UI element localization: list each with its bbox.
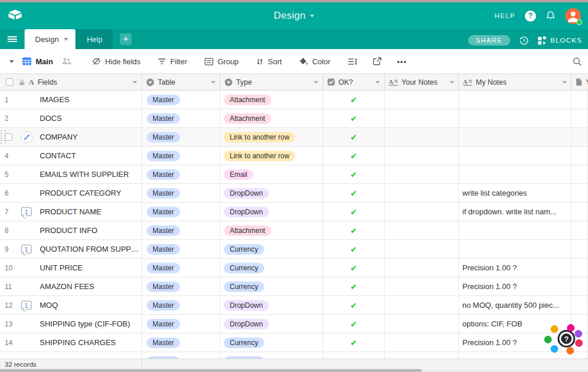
column-header-fields[interactable]: A Fields bbox=[0, 74, 142, 90]
color-button[interactable]: Color bbox=[299, 57, 330, 66]
column-header-truncated[interactable]: Yo bbox=[572, 74, 588, 90]
column-menu-caret-icon[interactable] bbox=[133, 81, 137, 84]
type-cell[interactable]: Link to another row bbox=[220, 147, 323, 165]
table-row[interactable]: 11 AMAZON FEES Master Currency ✔ Precisi… bbox=[0, 277, 588, 296]
table-row[interactable]: 1 IMAGES Master Attachment ✔ bbox=[0, 91, 588, 109]
column-menu-caret-icon[interactable] bbox=[211, 81, 216, 84]
type-cell[interactable]: Currency bbox=[220, 352, 323, 359]
row-checkbox[interactable] bbox=[5, 133, 12, 141]
ok-cell[interactable]: ✔ bbox=[323, 147, 385, 165]
field-name-cell[interactable]: 8 PRODUCT INFO bbox=[0, 221, 142, 239]
ok-cell[interactable]: ✔ bbox=[323, 333, 385, 352]
table-row[interactable]: 9 1 QUOTATION FROM SUPPLI... Master Curr… bbox=[0, 240, 588, 259]
my-notes-cell[interactable]: Precision 1.00 ? bbox=[459, 277, 572, 295]
truncated-cell[interactable] bbox=[572, 147, 588, 165]
your-notes-cell[interactable] bbox=[385, 296, 459, 314]
add-table-button[interactable]: + bbox=[120, 33, 132, 45]
ok-cell[interactable]: ✔ bbox=[323, 277, 385, 295]
ok-cell[interactable]: ✔ bbox=[323, 221, 385, 239]
comment-count-badge[interactable]: 1 bbox=[21, 245, 32, 253]
view-collaborators-icon[interactable] bbox=[61, 57, 72, 65]
table-cell[interactable]: Master bbox=[142, 296, 220, 314]
your-notes-cell[interactable] bbox=[385, 333, 459, 352]
table-row[interactable]: 8 PRODUCT INFO Master Attachment ✔ bbox=[0, 221, 588, 240]
row-height-button[interactable] bbox=[348, 58, 358, 65]
ok-cell[interactable]: ✔ bbox=[323, 240, 385, 258]
more-options-button[interactable]: ••• bbox=[397, 57, 407, 66]
truncated-cell[interactable] bbox=[572, 240, 588, 258]
column-header-your-notes[interactable]: A Your Notes bbox=[385, 74, 459, 90]
user-avatar[interactable] bbox=[565, 8, 581, 24]
type-cell[interactable]: Email bbox=[220, 165, 323, 183]
ok-cell[interactable]: ✔ bbox=[323, 259, 385, 277]
help-link[interactable]: HELP bbox=[494, 12, 516, 19]
your-notes-cell[interactable] bbox=[385, 165, 459, 183]
ok-cell[interactable]: ✔ bbox=[323, 91, 385, 109]
ok-cell[interactable]: ✔ bbox=[323, 352, 385, 359]
table-cell[interactable]: Master bbox=[142, 128, 220, 146]
table-cell[interactable]: Master bbox=[142, 165, 220, 183]
your-notes-cell[interactable] bbox=[385, 109, 459, 127]
revision-history-icon[interactable] bbox=[519, 36, 529, 46]
field-name-cell[interactable]: 4 CONTACT bbox=[0, 147, 142, 165]
column-menu-caret-icon[interactable] bbox=[562, 81, 567, 84]
truncated-cell[interactable] bbox=[572, 296, 588, 314]
search-icon[interactable] bbox=[572, 57, 582, 67]
scrollbar-thumb[interactable] bbox=[0, 369, 422, 372]
truncated-cell[interactable] bbox=[572, 259, 588, 277]
ok-cell[interactable]: ✔ bbox=[323, 296, 385, 314]
truncated-cell[interactable] bbox=[572, 221, 588, 239]
truncated-cell[interactable] bbox=[572, 165, 588, 183]
ok-cell[interactable]: ✔ bbox=[323, 315, 385, 333]
ok-cell[interactable]: ✔ bbox=[323, 203, 385, 221]
truncated-cell[interactable] bbox=[572, 128, 588, 146]
notifications-bell-icon[interactable] bbox=[545, 11, 556, 21]
type-cell[interactable]: DropDown bbox=[220, 296, 323, 314]
field-name-cell[interactable]: 6 PRODUCT CATEGORY bbox=[0, 184, 142, 202]
truncated-cell[interactable] bbox=[572, 277, 588, 295]
sort-button[interactable]: Sort bbox=[256, 57, 282, 66]
type-cell[interactable]: Link to another row bbox=[220, 128, 323, 146]
table-cell[interactable]: Master bbox=[142, 333, 220, 352]
field-name-cell[interactable]: 2 DOCS bbox=[0, 109, 142, 127]
my-notes-cell[interactable] bbox=[459, 128, 572, 146]
column-menu-caret-icon[interactable] bbox=[449, 81, 454, 84]
table-row[interactable]: 7 1 PRODUCT NAME Master DropDown ✔ if dr… bbox=[0, 203, 588, 221]
sidebar-menu-icon[interactable] bbox=[0, 29, 25, 49]
my-notes-cell[interactable]: if dropdown. write list nam... bbox=[459, 203, 572, 221]
table-row[interactable]: 6 PRODUCT CATEGORY Master DropDown ✔ wri… bbox=[0, 184, 588, 203]
column-header-my-notes[interactable]: A My Notes bbox=[459, 74, 572, 90]
ok-cell[interactable]: ✔ bbox=[323, 184, 385, 202]
my-notes-cell[interactable] bbox=[459, 221, 572, 239]
column-header-table[interactable]: Table bbox=[142, 74, 220, 90]
blocks-button[interactable]: BLOCKS bbox=[538, 36, 582, 45]
your-notes-cell[interactable] bbox=[385, 147, 459, 165]
your-notes-cell[interactable] bbox=[385, 221, 459, 239]
your-notes-cell[interactable] bbox=[385, 352, 459, 359]
expand-record-icon[interactable] bbox=[21, 131, 33, 143]
select-all-checkbox[interactable] bbox=[6, 78, 13, 86]
your-notes-cell[interactable] bbox=[385, 203, 459, 221]
table-cell[interactable]: Master bbox=[142, 259, 220, 277]
my-notes-cell[interactable] bbox=[459, 165, 572, 183]
share-button[interactable]: SHARE bbox=[468, 35, 510, 46]
table-cell[interactable]: Master bbox=[142, 221, 220, 239]
table-cell[interactable]: Master bbox=[142, 352, 220, 359]
table-cell[interactable]: Master bbox=[142, 147, 220, 165]
table-cell[interactable]: Master bbox=[142, 240, 220, 258]
your-notes-cell[interactable] bbox=[385, 277, 459, 295]
field-name-cell[interactable]: 10 UNIT PRICE bbox=[0, 259, 142, 277]
view-switcher[interactable]: Main bbox=[22, 57, 53, 66]
tab-design[interactable]: Design bbox=[25, 29, 75, 49]
table-row[interactable]: 4 CONTACT Master Link to another row ✔ bbox=[0, 147, 588, 165]
type-cell[interactable]: DropDown bbox=[220, 184, 323, 202]
field-name-cell[interactable]: 14 SHIPPING CHARGES bbox=[0, 333, 142, 352]
horizontal-scrollbar[interactable] bbox=[0, 369, 588, 372]
truncated-cell[interactable] bbox=[572, 91, 588, 109]
type-cell[interactable]: Attachment bbox=[220, 221, 323, 239]
table-cell[interactable]: Master bbox=[142, 277, 220, 295]
type-cell[interactable]: Attachment bbox=[220, 91, 323, 109]
table-cell[interactable]: Master bbox=[142, 184, 220, 202]
my-notes-cell[interactable]: write list categories bbox=[459, 184, 572, 202]
my-notes-cell[interactable]: no MOQ, quantity 500 piec... bbox=[459, 296, 572, 314]
